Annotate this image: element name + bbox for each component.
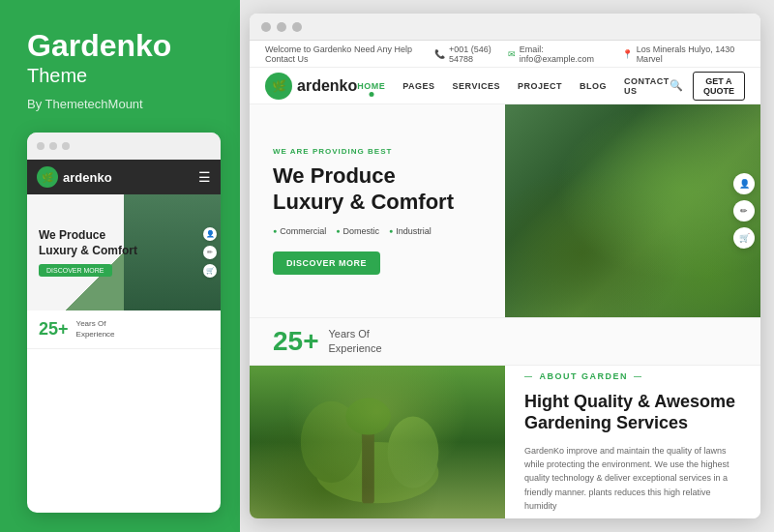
svg-point-2 bbox=[388, 417, 439, 488]
brand-subtitle: Theme bbox=[27, 65, 221, 87]
stat-number: 25+ bbox=[273, 326, 319, 357]
stat-item: 25+ Years Of Experience bbox=[273, 326, 382, 357]
mini-cart-icon: 🛒 bbox=[203, 264, 217, 278]
browser-dot-1 bbox=[261, 22, 271, 32]
hero-image bbox=[505, 104, 760, 317]
stats-bar: 25+ Years Of Experience bbox=[250, 317, 760, 366]
hero-heading: We Produce Luxury & Comfort bbox=[273, 163, 482, 215]
get-quote-button[interactable]: GET A QUOTE bbox=[693, 72, 745, 101]
location-icon: 📍 bbox=[622, 49, 633, 59]
mini-dot-1 bbox=[37, 142, 45, 150]
site-logo-icon: 🌿 bbox=[265, 73, 292, 100]
side-edit-icon[interactable]: ✏ bbox=[733, 200, 755, 222]
topbar-center: 📞 +001 (546) 54788 bbox=[434, 44, 508, 64]
mini-dot-2 bbox=[49, 142, 57, 150]
discover-button[interactable]: DISCOVER MORE bbox=[273, 251, 380, 275]
mini-discover-button[interactable]: DISCOVER MORE bbox=[39, 264, 112, 277]
nav-blog[interactable]: BLOG bbox=[580, 81, 607, 91]
hero-heading-line2: Luxury & Comfort bbox=[273, 190, 454, 214]
hero-side-icons: 👤 ✏ 🛒 bbox=[733, 173, 755, 249]
site-nav-links: HOME PAGES SERVICES PROJECT BLOG CONTACT… bbox=[357, 76, 670, 96]
side-cart-icon[interactable]: 🛒 bbox=[733, 227, 755, 249]
side-user-icon[interactable]: 👤 bbox=[733, 173, 755, 194]
about-heading-line2: Gardening Services bbox=[524, 413, 688, 432]
hero-tag-commercial: Commercial bbox=[273, 226, 326, 236]
content-svg bbox=[250, 366, 505, 518]
about-heading-line1: Hight Quality & Awesome bbox=[524, 392, 735, 411]
mini-browser: 🌿 ardenko ☰ We ProduceLuxury & Comfort D… bbox=[27, 133, 221, 513]
right-panel: Welcome to Gardenko Need Any Help Contac… bbox=[240, 0, 774, 532]
welcome-text: Welcome to Gardenko Need Any Help Contac… bbox=[265, 44, 434, 64]
brand-by: By ThemetechMount bbox=[27, 97, 221, 111]
topbar-left: Welcome to Gardenko Need Any Help Contac… bbox=[265, 44, 434, 64]
nav-pages[interactable]: PAGES bbox=[402, 81, 434, 91]
phone-icon: 📞 bbox=[434, 49, 445, 59]
mini-hamburger-icon[interactable]: ☰ bbox=[198, 169, 211, 185]
nav-contact[interactable]: CONTACT US bbox=[624, 76, 670, 96]
mini-hero-heading: We ProduceLuxury & Comfort bbox=[39, 228, 137, 258]
content-section: ABOUT GARDEN Hight Quality & Awesome Gar… bbox=[250, 366, 760, 518]
mini-logo-icon: 🌿 bbox=[37, 166, 58, 188]
nav-home[interactable]: HOME bbox=[357, 81, 385, 91]
brand-title: Gardenko bbox=[27, 29, 221, 63]
nav-project[interactable]: PROJECT bbox=[518, 81, 562, 91]
about-text: GardenKo improve and maintain the qualit… bbox=[524, 444, 741, 514]
site-hero: WE ARE PROVIDING BEST We Produce Luxury … bbox=[250, 104, 760, 317]
about-heading: Hight Quality & Awesome Gardening Servic… bbox=[524, 391, 741, 434]
left-panel: Gardenko Theme By ThemetechMount 🌿 arden… bbox=[0, 0, 240, 532]
hero-label: WE ARE PROVIDING BEST bbox=[273, 147, 482, 156]
content-right: ABOUT GARDEN Hight Quality & Awesome Gar… bbox=[505, 366, 760, 518]
mini-hero: We ProduceLuxury & Comfort DISCOVER MORE… bbox=[27, 194, 221, 310]
stat-desc-line2: Experience bbox=[329, 341, 382, 356]
browser-topbar bbox=[250, 14, 760, 41]
stat-desc-line1: Years Of bbox=[329, 327, 382, 341]
about-label: ABOUT GARDEN bbox=[524, 371, 741, 381]
mini-stat-text: Years Of Experience bbox=[76, 318, 115, 340]
topbar-location: 📍 Los Minerals Hulyo, 1430 Marvel bbox=[622, 44, 745, 64]
hero-heading-line1: We Produce bbox=[273, 163, 396, 188]
mini-nav: 🌿 ardenko ☰ bbox=[27, 160, 221, 194]
mini-hero-text: We ProduceLuxury & Comfort DISCOVER MORE bbox=[27, 219, 149, 286]
hero-tag-domestic: Domestic bbox=[336, 226, 379, 236]
main-browser: Welcome to Gardenko Need Any Help Contac… bbox=[250, 14, 760, 518]
hero-tags: Commercial Domestic Industrial bbox=[273, 226, 482, 236]
mini-browser-bar bbox=[27, 133, 221, 160]
topbar-email: ✉ Email: info@example.com bbox=[508, 44, 607, 64]
hero-tag-industrial: Industrial bbox=[389, 226, 432, 236]
nav-services[interactable]: SERVICES bbox=[453, 81, 500, 91]
email-text: Email: info@example.com bbox=[520, 44, 607, 64]
mini-stats: 25+ Years Of Experience bbox=[27, 310, 221, 348]
content-image bbox=[250, 366, 505, 518]
search-icon[interactable]: 🔍 bbox=[670, 79, 683, 92]
stat-desc: Years Of Experience bbox=[329, 327, 382, 357]
browser-dot-2 bbox=[277, 22, 286, 32]
browser-dot-3 bbox=[292, 22, 302, 32]
mini-stat-number: 25+ bbox=[39, 319, 69, 340]
mini-edit-icon: ✏ bbox=[203, 246, 217, 259]
hero-right: 👤 ✏ 🛒 bbox=[505, 104, 760, 317]
svg-point-4 bbox=[345, 399, 390, 435]
mini-right-icons: 👤 ✏ 🛒 bbox=[203, 227, 217, 278]
site-logo: 🌿 ardenko bbox=[265, 73, 357, 100]
site-nav: 🌿 ardenko HOME PAGES SERVICES PROJECT BL… bbox=[250, 68, 760, 104]
email-icon: ✉ bbox=[508, 49, 516, 59]
hero-left: WE ARE PROVIDING BEST We Produce Luxury … bbox=[250, 104, 505, 317]
site-nav-right: 🔍 GET A QUOTE bbox=[670, 72, 745, 101]
mini-user-icon: 👤 bbox=[203, 227, 217, 241]
site-topbar: Welcome to Gardenko Need Any Help Contac… bbox=[250, 41, 760, 68]
mini-dot-3 bbox=[62, 142, 70, 150]
site-logo-text: ardenko bbox=[297, 77, 357, 95]
mini-logo: 🌿 ardenko bbox=[37, 166, 112, 188]
phone-number: +001 (546) 54788 bbox=[449, 44, 508, 64]
location-text: Los Minerals Hulyo, 1430 Marvel bbox=[637, 44, 745, 64]
